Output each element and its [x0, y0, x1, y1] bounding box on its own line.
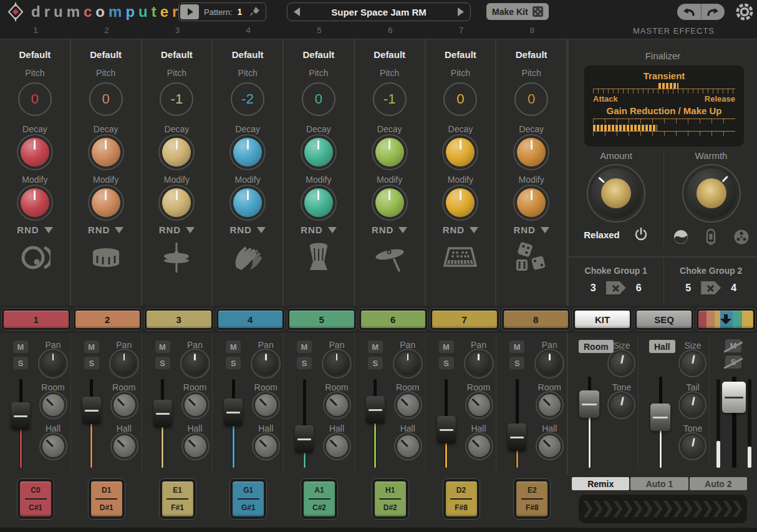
transient-meter[interactable] — [593, 83, 735, 89]
trigger-pad-1[interactable]: 1 — [1, 308, 71, 331]
make-kit-button[interactable]: Make Kit — [486, 3, 549, 20]
note-pad-8[interactable]: E2F#8 — [513, 478, 551, 520]
hall-send-knob[interactable] — [326, 435, 348, 457]
play-button[interactable] — [180, 4, 199, 19]
mute-button[interactable]: M — [297, 341, 312, 353]
decay-knob[interactable] — [517, 138, 546, 167]
channel-fader[interactable] — [506, 379, 528, 468]
choke-x-icon[interactable] — [606, 281, 626, 294]
mute-button[interactable]: M — [439, 341, 454, 353]
remix-tab-auto-1[interactable]: Auto 1 — [630, 477, 688, 490]
kick-drum-icon[interactable] — [19, 241, 51, 274]
randomize-control[interactable]: RND — [372, 225, 408, 235]
pan-knob[interactable] — [396, 352, 420, 375]
channel-fader[interactable] — [365, 379, 386, 468]
channel-fader[interactable] — [294, 379, 315, 468]
modify-knob[interactable] — [517, 188, 546, 217]
randomize-control[interactable]: RND — [301, 225, 337, 235]
trigger-pad-8[interactable]: 8 — [501, 308, 571, 331]
kit-download-button[interactable] — [696, 308, 756, 331]
note-pad-6[interactable]: H1D#2 — [372, 478, 409, 520]
hall-send-knob[interactable] — [185, 435, 206, 457]
choke-group-2-right[interactable]: 4 — [731, 283, 736, 294]
hall-send-knob[interactable] — [255, 435, 277, 457]
pitch-knob[interactable]: 0 — [514, 82, 548, 116]
hall-send-knob[interactable] — [113, 435, 135, 457]
solo-button[interactable]: S — [509, 357, 524, 369]
mute-button[interactable]: M — [13, 341, 28, 353]
pan-knob[interactable] — [467, 352, 491, 375]
modify-knob[interactable] — [162, 188, 191, 217]
room-fader[interactable] — [579, 377, 600, 468]
remix-pattern-display[interactable] — [579, 495, 747, 523]
room-send-knob[interactable] — [185, 394, 206, 416]
note-pad-3[interactable]: E1F#1 — [159, 478, 196, 520]
modify-knob[interactable] — [446, 188, 475, 217]
channel-fader[interactable] — [436, 379, 457, 468]
remix-tab-remix[interactable]: Remix — [572, 477, 629, 490]
preset-next-icon[interactable] — [458, 7, 464, 16]
channel-preset-name[interactable]: Default — [19, 49, 51, 60]
mute-button[interactable]: M — [155, 341, 170, 353]
pitch-knob[interactable]: -2 — [231, 82, 264, 116]
randomize-control[interactable]: RND — [88, 225, 124, 235]
room-send-knob[interactable] — [539, 394, 561, 416]
hall-send-knob[interactable] — [539, 435, 561, 457]
choke-group-2-left[interactable]: 5 — [685, 283, 691, 294]
channel-fader[interactable] — [152, 379, 173, 468]
tab-kit[interactable]: KIT — [572, 308, 632, 331]
channel-preset-name[interactable]: Default — [161, 49, 193, 60]
decay-knob[interactable] — [92, 138, 120, 167]
dice-icon[interactable] — [515, 241, 547, 274]
trigger-pad-3[interactable]: 3 — [144, 308, 214, 331]
preset-name[interactable]: Super Space Jam RM — [331, 7, 427, 17]
master-solo-button[interactable]: S — [725, 355, 741, 369]
solo-button[interactable]: S — [297, 357, 312, 369]
hall-tone-knob[interactable] — [682, 435, 703, 457]
room-send-knob[interactable] — [326, 394, 348, 416]
pan-knob[interactable] — [254, 352, 277, 375]
channel-fader[interactable] — [223, 379, 244, 468]
decay-knob[interactable] — [375, 138, 404, 167]
pitch-knob[interactable]: 0 — [89, 82, 123, 116]
mute-button[interactable]: M — [368, 341, 383, 353]
randomize-control[interactable]: RND — [229, 225, 266, 235]
gain-meter[interactable] — [593, 125, 735, 131]
decay-knob[interactable] — [162, 138, 191, 167]
decay-knob[interactable] — [446, 138, 475, 167]
pitch-knob[interactable]: 0 — [443, 82, 477, 116]
redo-button[interactable] — [702, 4, 725, 20]
pattern-value[interactable]: 1 — [238, 7, 243, 17]
cymbal-icon[interactable] — [373, 241, 407, 274]
mute-button[interactable]: M — [509, 341, 524, 353]
choke-x-icon[interactable] — [701, 281, 721, 294]
hall-tail-knob[interactable] — [682, 394, 703, 416]
solo-button[interactable]: S — [439, 357, 454, 369]
note-pad-5[interactable]: A1C#2 — [301, 478, 338, 520]
master-mute-button[interactable]: M — [725, 339, 741, 352]
modify-knob[interactable] — [92, 188, 120, 217]
decay-knob[interactable] — [233, 138, 262, 167]
room-send-knob[interactable] — [468, 394, 490, 416]
hihat-icon[interactable] — [161, 241, 192, 274]
channel-preset-name[interactable]: Default — [90, 49, 122, 60]
pin-icon[interactable] — [248, 6, 261, 18]
pan-knob[interactable] — [325, 352, 349, 375]
trigger-pad-6[interactable]: 6 — [359, 308, 428, 331]
modify-knob[interactable] — [233, 188, 262, 217]
solo-button[interactable]: S — [226, 357, 241, 369]
channel-fader[interactable] — [10, 379, 31, 468]
tape-reel-icon[interactable] — [733, 228, 750, 246]
note-pad-7[interactable]: D2F#8 — [443, 478, 480, 520]
solo-button[interactable]: S — [13, 357, 28, 369]
saturation-curve-icon[interactable] — [673, 229, 689, 245]
conga-icon[interactable] — [305, 241, 332, 274]
randomize-control[interactable]: RND — [513, 225, 549, 235]
solo-button[interactable]: S — [84, 357, 99, 369]
hall-send-knob[interactable] — [42, 435, 64, 457]
trigger-pad-7[interactable]: 7 — [430, 308, 499, 331]
hall-send-knob[interactable] — [468, 435, 490, 457]
room-send-knob[interactable] — [113, 394, 135, 416]
note-pad-1[interactable]: C0C#1 — [17, 478, 54, 520]
channel-preset-name[interactable]: Default — [374, 49, 405, 60]
